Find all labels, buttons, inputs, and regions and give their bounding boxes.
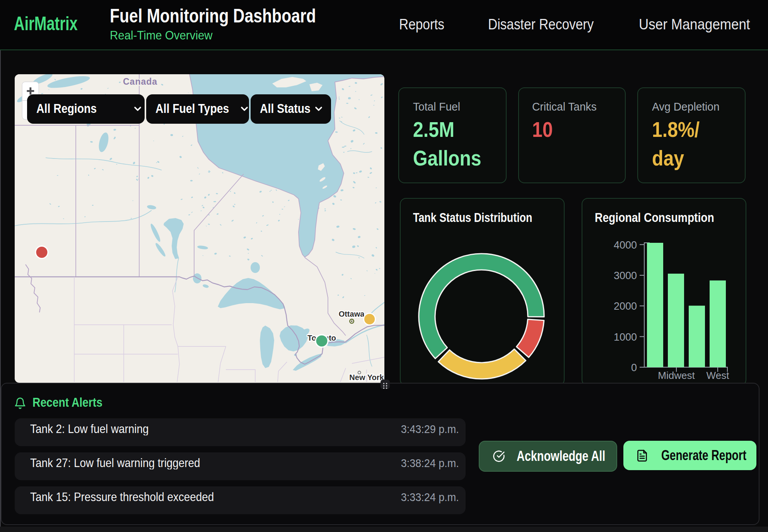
svg-text:Ottawa: Ottawa (339, 310, 365, 318)
svg-text:4000: 4000 (613, 239, 637, 251)
svg-text:1000: 1000 (613, 331, 637, 343)
svg-text:3000: 3000 (613, 269, 637, 281)
svg-text:New York: New York (349, 373, 384, 382)
svg-text:0: 0 (631, 361, 637, 373)
svg-text:2000: 2000 (613, 300, 637, 312)
svg-text:Midwest: Midwest (657, 369, 695, 381)
svg-text:West: West (706, 369, 729, 381)
svg-text:Canada: Canada (123, 77, 157, 87)
